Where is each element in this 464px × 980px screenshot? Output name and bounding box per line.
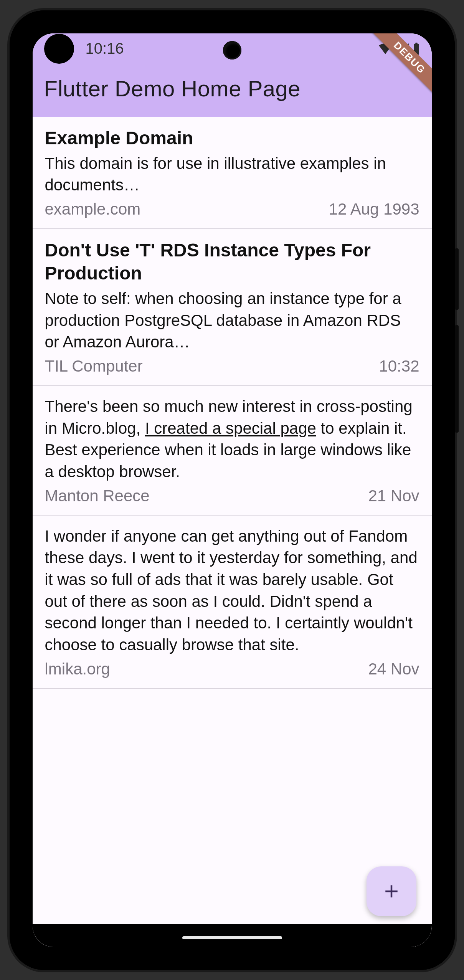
item-body: I wonder if anyone can get anything out … bbox=[45, 526, 419, 656]
side-button-volume bbox=[455, 325, 459, 433]
item-body: This domain is for use in illustrative e… bbox=[45, 153, 419, 196]
battery-icon bbox=[413, 43, 420, 55]
item-body: Note to self: when choosing an instance … bbox=[45, 288, 419, 353]
stage: 10:16 Flutter Demo Home Page DEBUG Examp… bbox=[0, 0, 464, 980]
side-button-power bbox=[455, 248, 459, 310]
svg-rect-0 bbox=[414, 43, 419, 55]
item-source: example.com bbox=[45, 200, 141, 218]
wifi-icon bbox=[379, 43, 392, 54]
page-title: Flutter Demo Home Page bbox=[44, 76, 420, 101]
item-body: There's been so much new interest in cro… bbox=[45, 396, 419, 483]
feed-list[interactable]: Example Domain This domain is for use in… bbox=[33, 117, 432, 947]
svg-rect-1 bbox=[415, 43, 417, 44]
item-body-link[interactable]: I created a special page bbox=[145, 419, 316, 437]
plus-icon bbox=[381, 881, 402, 902]
item-stamp: 24 Nov bbox=[368, 660, 419, 678]
item-meta: lmika.org 24 Nov bbox=[45, 660, 419, 678]
item-source: TIL Computer bbox=[45, 357, 143, 375]
top-region: 10:16 Flutter Demo Home Page DEBUG bbox=[33, 33, 432, 117]
list-item[interactable]: Example Domain This domain is for use in… bbox=[33, 117, 432, 229]
screen: 10:16 Flutter Demo Home Page DEBUG Examp… bbox=[33, 33, 432, 947]
list-item[interactable]: I wonder if anyone can get anything out … bbox=[33, 516, 432, 689]
nav-pill[interactable] bbox=[182, 936, 282, 939]
nav-bar-area bbox=[33, 924, 432, 947]
item-title: Don't Use 'T' RDS Instance Types For Pro… bbox=[45, 239, 419, 285]
item-title: Example Domain bbox=[45, 127, 419, 150]
status-avatar-dot bbox=[44, 34, 74, 64]
item-stamp: 21 Nov bbox=[368, 487, 419, 505]
list-item[interactable]: Don't Use 'T' RDS Instance Types For Pro… bbox=[33, 229, 432, 386]
phone-frame: 10:16 Flutter Demo Home Page DEBUG Examp… bbox=[10, 10, 455, 970]
status-time: 10:16 bbox=[86, 40, 124, 57]
app-bar: Flutter Demo Home Page bbox=[33, 64, 432, 117]
cell-signal-icon bbox=[396, 43, 409, 54]
item-source: lmika.org bbox=[45, 660, 110, 678]
item-meta: example.com 12 Aug 1993 bbox=[45, 200, 419, 218]
list-item[interactable]: There's been so much new interest in cro… bbox=[33, 386, 432, 516]
status-icons bbox=[379, 43, 420, 55]
camera-hole bbox=[223, 41, 241, 59]
item-meta: TIL Computer 10:32 bbox=[45, 357, 419, 375]
add-button[interactable] bbox=[367, 866, 416, 916]
item-source: Manton Reece bbox=[45, 487, 150, 505]
item-stamp: 12 Aug 1993 bbox=[329, 200, 419, 218]
status-bar: 10:16 bbox=[33, 33, 432, 64]
item-meta: Manton Reece 21 Nov bbox=[45, 487, 419, 505]
item-stamp: 10:32 bbox=[379, 357, 419, 375]
